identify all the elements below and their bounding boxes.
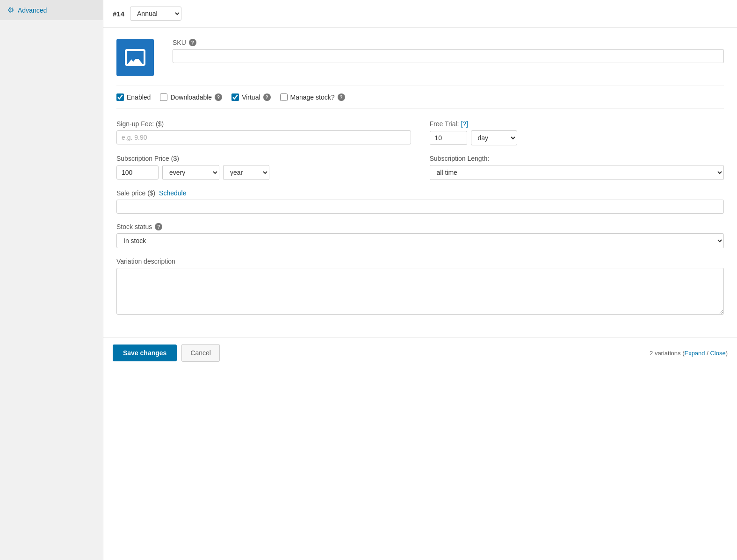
subscription-price-input[interactable]	[116, 165, 159, 179]
free-trial-help-link[interactable]: [?]	[461, 120, 468, 128]
downloadable-checkbox-item: Downloadable ?	[160, 93, 222, 101]
variation-description-textarea[interactable]	[116, 268, 724, 315]
sale-price-input[interactable]	[116, 200, 724, 214]
virtual-checkbox-item: Virtual ?	[231, 93, 270, 101]
free-trial-group: Free Trial: [?] day week month year	[430, 120, 724, 145]
stock-status-group: Stock status ? In stock Out of stock On …	[116, 223, 724, 248]
variation-image[interactable]	[116, 39, 154, 76]
sku-section: SKU ?	[173, 39, 724, 63]
signup-fee-label: Sign-up Fee: ($)	[116, 120, 411, 128]
sku-input[interactable]	[173, 49, 724, 63]
image-icon	[124, 46, 146, 69]
free-trial-value-input[interactable]	[430, 131, 467, 145]
main-content: #14 Annual Monthly Weekly SKU ?	[103, 0, 737, 560]
top-row: SKU ?	[116, 39, 724, 76]
subscription-period-select[interactable]: day week month year	[223, 165, 269, 180]
downloadable-label[interactable]: Downloadable	[170, 93, 212, 101]
variation-select[interactable]: Annual Monthly Weekly	[130, 7, 181, 21]
manage-stock-checkbox[interactable]	[280, 93, 288, 101]
sidebar-item-advanced[interactable]: ⚙ Advanced	[0, 0, 103, 20]
free-trial-period-select[interactable]: day week month year	[471, 130, 517, 145]
downloadable-checkbox[interactable]	[160, 93, 167, 101]
variation-body: SKU ? Enabled Downloadable ? Virtual ?	[103, 28, 737, 326]
subscription-every-select[interactable]: every every 2nd every 3rd	[162, 165, 219, 180]
variation-number: #14	[113, 10, 124, 18]
subscription-price-inputs: every every 2nd every 3rd day week month…	[116, 165, 411, 180]
signup-fee-group: Sign-up Fee: ($)	[116, 120, 411, 145]
checkboxes-row: Enabled Downloadable ? Virtual ? Manage …	[116, 86, 724, 109]
virtual-label[interactable]: Virtual	[242, 93, 260, 101]
variation-description-group: Variation description	[116, 258, 724, 315]
manage-stock-label[interactable]: Manage stock?	[290, 93, 335, 101]
footer-left: Save changes Cancel	[113, 344, 220, 362]
stock-status-select[interactable]: In stock Out of stock On backorder	[116, 233, 724, 248]
signup-fee-input[interactable]	[116, 130, 411, 144]
expand-link[interactable]: Expand	[684, 350, 705, 357]
sidebar-item-label: Advanced	[18, 7, 47, 14]
enabled-checkbox-item: Enabled	[116, 93, 151, 101]
close-link[interactable]: Close	[710, 350, 725, 357]
virtual-help-icon[interactable]: ?	[263, 93, 271, 101]
enabled-label[interactable]: Enabled	[127, 93, 151, 101]
stock-status-label: Stock status ?	[116, 223, 724, 230]
subscription-length-select[interactable]: all time 1 month 3 months 6 months 1 yea…	[430, 165, 724, 180]
subscription-length-label: Subscription Length:	[430, 155, 724, 162]
manage-stock-checkbox-item: Manage stock? ?	[280, 93, 345, 101]
free-trial-label: Free Trial: [?]	[430, 120, 724, 128]
virtual-checkbox[interactable]	[231, 93, 239, 101]
footer-bar: Save changes Cancel 2 variations (Expand…	[103, 337, 737, 368]
save-changes-button[interactable]: Save changes	[113, 345, 177, 361]
footer-right: 2 variations (Expand / Close)	[650, 350, 728, 357]
sidebar: ⚙ Advanced	[0, 0, 103, 560]
downloadable-help-icon[interactable]: ?	[215, 93, 222, 101]
sku-help-icon[interactable]: ?	[189, 39, 196, 46]
variation-description-label: Variation description	[116, 258, 724, 265]
gear-icon: ⚙	[7, 6, 14, 14]
subscription-length-group: Subscription Length: all time 1 month 3 …	[430, 155, 724, 180]
free-trial-inputs: day week month year	[430, 130, 724, 145]
subscription-price-label: Subscription Price ($)	[116, 155, 411, 162]
schedule-link[interactable]: Schedule	[159, 189, 186, 197]
variation-header: #14 Annual Monthly Weekly	[103, 0, 737, 28]
enabled-checkbox[interactable]	[116, 93, 124, 101]
sale-price-label: Sale price ($) Schedule	[116, 189, 724, 197]
manage-stock-help-icon[interactable]: ?	[338, 93, 345, 101]
sku-label: SKU ?	[173, 39, 724, 46]
sale-price-group: Sale price ($) Schedule	[116, 189, 724, 214]
cancel-button[interactable]: Cancel	[181, 344, 220, 362]
stock-status-help-icon[interactable]: ?	[155, 223, 162, 230]
form-grid: Sign-up Fee: ($) Free Trial: [?] day wee…	[116, 120, 724, 315]
subscription-price-group: Subscription Price ($) every every 2nd e…	[116, 155, 411, 180]
